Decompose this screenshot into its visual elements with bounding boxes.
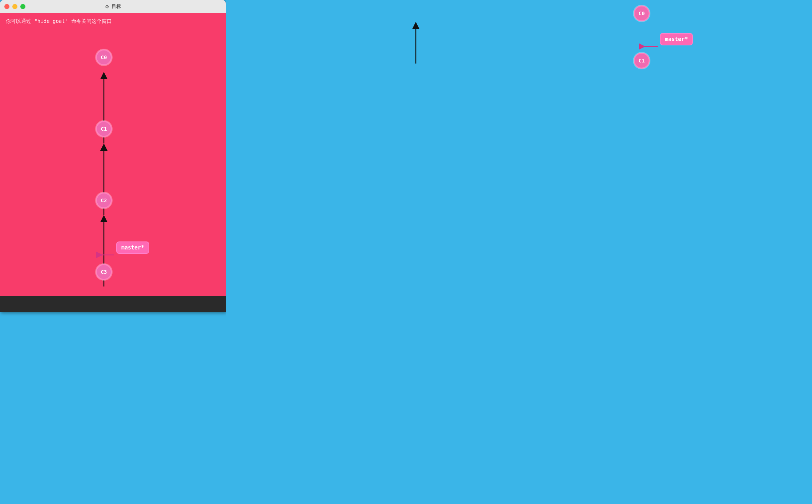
commit-c1-left: C1 (96, 121, 112, 137)
branch-label-right: master* (660, 33, 693, 45)
branch-label-left: master* (116, 241, 149, 254)
branch-arrow-left (96, 249, 114, 260)
branch-arrow-right (639, 41, 659, 52)
window-title: ⚙ 目标 (105, 3, 121, 10)
titlebar: ⚙ 目标 (0, 0, 226, 13)
close-button[interactable] (4, 4, 9, 9)
commit-c0-right: C0 (634, 5, 650, 21)
commit-c2-left: C2 (96, 192, 112, 208)
hint-text: 你可以通过 "hide goal" 命令关闭这个窗口 (4, 17, 222, 26)
commit-c3-left: C3 (96, 264, 112, 280)
maximize-button[interactable] (20, 4, 25, 9)
title-text: 目标 (111, 3, 121, 10)
goal-window: ⚙ 目标 你可以通过 "hide goal" 命令关闭这个窗口 C0 (0, 0, 226, 312)
commit-c0-left: C0 (96, 49, 112, 65)
commit-c1-right: C1 (634, 53, 650, 69)
left-graph-arrows (0, 13, 226, 312)
bottom-bar (0, 296, 226, 312)
main-canvas: C0 C1 master* (226, 0, 812, 504)
gear-icon: ⚙ (105, 4, 109, 9)
minimize-button[interactable] (12, 4, 17, 9)
window-body: 你可以通过 "hide goal" 命令关闭这个窗口 C0 C1 C2 (0, 13, 226, 312)
right-graph-arrows (226, 0, 812, 109)
